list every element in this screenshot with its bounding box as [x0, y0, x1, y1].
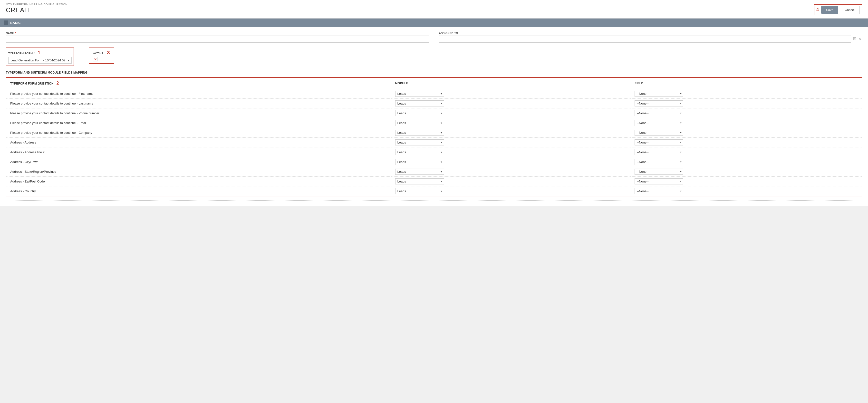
active-label: ACTIVE: 3 [93, 50, 110, 56]
field-select-wrapper: --None-- [634, 140, 683, 146]
field-select-wrapper: --None-- [634, 130, 683, 136]
main-content: NAME:* ASSIGNED TO: admin ✕ [0, 27, 868, 206]
module-select-wrapper: Leads [395, 91, 444, 97]
module-select[interactable]: Leads [395, 178, 444, 184]
header-left: MTS TYPEFORM MAPPING CONFIGURATION CREAT… [6, 3, 67, 14]
module-cell: Leads [391, 177, 631, 186]
module-cell: Leads [391, 118, 631, 128]
field-cell: --None-- [631, 99, 862, 108]
name-label: NAME:* [6, 32, 429, 35]
mapping-section-label: TYPEFORM AND SUITECRM MODULE FIELDS MAPP… [6, 71, 862, 74]
question-cell: Address - Address line 2 [6, 147, 391, 157]
module-select[interactable]: Leads [395, 100, 444, 106]
col-question-header: TYPEFORM FORM QUESTION 2 [6, 78, 391, 89]
assigned-to-select-icon[interactable] [852, 36, 857, 42]
module-select[interactable]: Leads [395, 110, 444, 116]
field-select[interactable]: --None-- [634, 168, 683, 175]
field-select-wrapper: --None-- [634, 149, 683, 155]
field-cell: --None-- [631, 177, 862, 186]
section-label: BASIC [10, 21, 21, 25]
page-wrapper: MTS TYPEFORM MAPPING CONFIGURATION CREAT… [0, 0, 868, 403]
question-cell: Please provide your contact details to c… [6, 128, 391, 138]
module-select[interactable]: Leads [395, 130, 444, 136]
badge-4: 4 [816, 7, 819, 12]
field-cell: --None-- [631, 118, 862, 128]
module-select-wrapper: Leads [395, 149, 444, 155]
field-cell: --None-- [631, 138, 862, 147]
field-select[interactable]: --None-- [634, 130, 683, 136]
module-select-wrapper: Leads [395, 110, 444, 116]
assigned-to-row: admin ✕ [439, 36, 862, 43]
field-select[interactable]: --None-- [634, 120, 683, 126]
actions-box: 4 Save Cancel [814, 4, 862, 16]
field-select-wrapper: --None-- [634, 91, 683, 97]
field-select-wrapper: --None-- [634, 178, 683, 184]
section-toggle-icon[interactable]: - [4, 21, 8, 25]
field-select[interactable]: --None-- [634, 149, 683, 155]
module-cell: Leads [391, 138, 631, 147]
col-field-header: FIELD [631, 78, 862, 89]
module-select[interactable]: Leads [395, 159, 444, 165]
field-select[interactable]: --None-- [634, 91, 683, 97]
typeform-form-select[interactable]: Lead Generation Form - 10/04/2024 02:19 [8, 57, 72, 64]
table-row: Please provide your contact details to c… [6, 128, 862, 138]
question-cell: Please provide your contact details to c… [6, 118, 391, 128]
assigned-to-clear-icon[interactable]: ✕ [858, 37, 862, 42]
module-select-wrapper: Leads [395, 178, 444, 184]
mapping-table-header-row: TYPEFORM FORM QUESTION 2 MODULE FIELD [6, 78, 862, 89]
cancel-button[interactable]: Cancel [840, 6, 860, 14]
badge-3: 3 [107, 50, 110, 55]
typeform-form-select-wrapper: Lead Generation Form - 10/04/2024 02:19 [8, 57, 72, 64]
question-cell: Address - Zip/Post Code [6, 177, 391, 186]
badge-1: 1 [37, 50, 40, 55]
module-select[interactable]: Leads [395, 168, 444, 175]
mapping-table: TYPEFORM FORM QUESTION 2 MODULE FIELD Pl… [6, 78, 862, 196]
field-cell: --None-- [631, 167, 862, 177]
name-input[interactable] [6, 36, 429, 43]
field-select[interactable]: --None-- [634, 100, 683, 106]
question-cell: Address - Country [6, 186, 391, 196]
module-select[interactable]: Leads [395, 120, 444, 126]
name-field-group: NAME:* [6, 32, 429, 43]
assigned-to-input[interactable]: admin [439, 36, 851, 43]
module-select[interactable]: Leads [395, 188, 444, 194]
field-cell: --None-- [631, 128, 862, 138]
field-select[interactable]: --None-- [634, 159, 683, 165]
module-select[interactable]: Leads [395, 149, 444, 155]
page-header: MTS TYPEFORM MAPPING CONFIGURATION CREAT… [0, 0, 868, 19]
module-select-wrapper: Leads [395, 159, 444, 165]
field-cell: --None-- [631, 157, 862, 167]
module-cell: Leads [391, 157, 631, 167]
field-select[interactable]: --None-- [634, 188, 683, 194]
module-select-wrapper: Leads [395, 168, 444, 175]
module-cell: Leads [391, 99, 631, 108]
mapping-box: TYPEFORM FORM QUESTION 2 MODULE FIELD Pl… [6, 77, 862, 196]
module-select[interactable]: Leads [395, 91, 444, 97]
col-module-header: MODULE [391, 78, 631, 89]
question-cell: Please provide your contact details to c… [6, 89, 391, 99]
badge-2: 2 [57, 81, 59, 86]
module-select-wrapper: Leads [395, 100, 444, 106]
typeform-form-label: TYPEFORM FORM:* 1 [8, 50, 72, 56]
assigned-to-field-group: ASSIGNED TO: admin ✕ [439, 32, 862, 43]
table-row: Please provide your contact details to c… [6, 108, 862, 118]
field-select-wrapper: --None-- [634, 168, 683, 175]
bottom-dotted-line [6, 200, 862, 201]
typeform-form-field-box: TYPEFORM FORM:* 1 Lead Generation Form -… [6, 48, 74, 66]
active-checkbox[interactable]: ✕ [93, 57, 97, 61]
question-cell: Address - City/Town [6, 157, 391, 167]
field-cell: --None-- [631, 147, 862, 157]
field-select[interactable]: --None-- [634, 140, 683, 146]
module-select[interactable]: Leads [395, 140, 444, 146]
module-cell: Leads [391, 147, 631, 157]
header-subtitle: MTS TYPEFORM MAPPING CONFIGURATION [6, 3, 67, 6]
table-row: Address - State/Region/ProvinceLeads--No… [6, 167, 862, 177]
save-button[interactable]: Save [821, 6, 838, 13]
header-actions: 4 Save Cancel [814, 4, 862, 16]
table-row: Address - Zip/Post CodeLeads--None-- [6, 177, 862, 186]
table-row: Please provide your contact details to c… [6, 89, 862, 99]
field-select[interactable]: --None-- [634, 178, 683, 184]
field-select[interactable]: --None-- [634, 110, 683, 116]
table-row: Address - AddressLeads--None-- [6, 138, 862, 147]
module-cell: Leads [391, 167, 631, 177]
